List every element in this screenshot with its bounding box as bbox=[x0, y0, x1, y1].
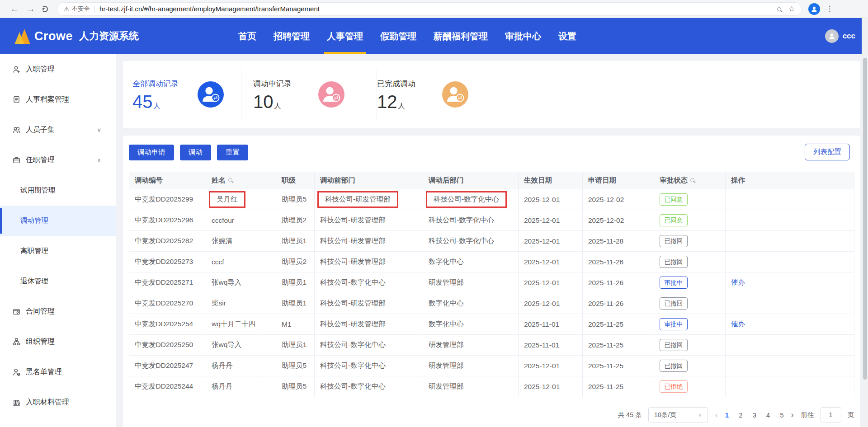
table-row[interactable]: 中竞发DD2025271 张wq导入 助理员1 科技公司-数字化中心 研发管理部… bbox=[129, 272, 854, 293]
app-header: Crowe 人力资源系统 首页 招聘管理 人事管理 假勤管理 薪酬福利管理 审批… bbox=[0, 18, 868, 54]
table-row[interactable]: 中竞发DD2025254 wq十月二十四 M1 科技公司-研发管理部 数字化中心… bbox=[129, 314, 854, 335]
cell-effective-date: 2025-12-01 bbox=[519, 376, 583, 397]
nav-tab[interactable]: 首页 bbox=[238, 18, 256, 54]
cell-effective-date: 2025-12-01 bbox=[519, 252, 583, 272]
cell-apply-date: 2025-11-25 bbox=[583, 356, 654, 376]
cell-status: 已同意 bbox=[654, 189, 726, 210]
table-row[interactable]: 中竞发DD2025273 cccf 助理员2 科技公司-研发管理部 数字化中心 … bbox=[129, 252, 854, 272]
list-config-button[interactable]: 列表配置 bbox=[805, 144, 850, 160]
cell-spacer bbox=[261, 231, 276, 252]
cell-transfer-id: 中竞发DD2025244 bbox=[129, 376, 206, 397]
nav-tab[interactable]: 薪酬福利管理 bbox=[434, 18, 488, 54]
sidebar-item[interactable]: 任职管理 ∧ bbox=[0, 145, 116, 175]
table-row[interactable]: 中竞发DD2025244 杨丹丹 助理员5 科技公司-数字化中心 研发管理部 2… bbox=[129, 376, 854, 397]
nav-tab[interactable]: 人事管理 bbox=[327, 18, 363, 54]
back-icon[interactable]: ← bbox=[6, 4, 23, 14]
scrollbar-thumb[interactable] bbox=[863, 58, 867, 380]
transfer-table: 调动编号 姓名 职级 调动前部门 调动后部门 生效日期 申请日期 审批状态 操作 bbox=[129, 172, 854, 397]
sidebar-item-label: 退休管理 bbox=[20, 277, 48, 286]
table-row[interactable]: 中竞发DD2025270 柴sir 助理员1 科技公司-研发管理部 数字化中心 … bbox=[129, 293, 854, 314]
nav-tab[interactable]: 设置 bbox=[558, 18, 576, 54]
cell-effective-date: 2025-12-01 bbox=[519, 293, 583, 314]
toolbar-button[interactable]: 重置 bbox=[217, 145, 248, 160]
zoom-icon[interactable] bbox=[777, 5, 781, 13]
page-number[interactable]: 2 bbox=[739, 411, 742, 419]
sidebar-item[interactable]: 人事档案管理 bbox=[0, 84, 116, 115]
nav-tab[interactable]: 招聘管理 bbox=[274, 18, 310, 54]
address-bar[interactable]: ⚠ 不安全 hr-test.zjf-it.cn/#/hr-anagement/e… bbox=[57, 2, 802, 16]
goto-page-input[interactable] bbox=[821, 407, 841, 422]
nav-tab[interactable]: 审批中心 bbox=[505, 18, 541, 54]
user-menu[interactable]: ccc bbox=[825, 29, 855, 43]
sidebar-item-label: 组织管理 bbox=[26, 337, 55, 347]
col-spacer bbox=[261, 172, 276, 189]
sidebar-item[interactable]: 入职材料管理 bbox=[0, 387, 116, 418]
main-content: 全部调动记录 45人 ⇄ 调动中记录 10人 ⇄ bbox=[116, 54, 868, 427]
dept-after-highlight: 研发管理部 bbox=[429, 278, 464, 287]
table-row[interactable]: 中竞发DD2025282 张婉清 助理员1 科技公司-研发管理部 科技公司-数字… bbox=[129, 231, 854, 252]
sidebar-item[interactable]: 组织管理 bbox=[0, 327, 116, 357]
cell-action bbox=[726, 335, 854, 356]
sidebar-item[interactable]: 调动管理 bbox=[0, 206, 116, 236]
page-size-select[interactable]: 10条/页 ∨ bbox=[648, 407, 708, 422]
sidebar-item[interactable]: 人员子集 ∨ bbox=[0, 115, 116, 145]
cell-grade: 助理员1 bbox=[276, 335, 315, 356]
cell-spacer bbox=[261, 210, 276, 231]
cell-apply-date: 2025-12-02 bbox=[583, 210, 654, 231]
col-approval-status[interactable]: 审批状态 bbox=[654, 172, 726, 189]
forward-icon[interactable]: → bbox=[23, 4, 39, 14]
page-scrollbar[interactable] bbox=[862, 18, 868, 427]
status-badge: 已撤回 bbox=[660, 256, 688, 268]
table-row[interactable]: 中竞发DD2025296 cccfour 助理员2 科技公司-研发管理部 科技公… bbox=[129, 210, 854, 231]
cell-effective-date: 2025-12-01 bbox=[519, 231, 583, 252]
name-highlight: 柴sir bbox=[212, 299, 226, 308]
prev-page-icon[interactable]: ‹ bbox=[714, 410, 719, 420]
browser-profile-avatar[interactable] bbox=[808, 3, 820, 15]
sidebar-item[interactable]: 黑名单管理 bbox=[0, 357, 116, 387]
reload-icon[interactable] bbox=[42, 6, 48, 12]
bookmark-star-icon[interactable]: ☆ bbox=[788, 4, 795, 14]
svg-text:⇄: ⇄ bbox=[334, 95, 338, 100]
urge-link[interactable]: 催办 bbox=[731, 320, 745, 328]
toolbar-button[interactable]: 调动申请 bbox=[129, 145, 174, 160]
stat-value: 45人 bbox=[132, 93, 186, 111]
cell-dept-before: 科技公司-数字化中心 bbox=[315, 335, 423, 356]
cell-dept-before: 科技公司-研发管理部 bbox=[315, 231, 423, 252]
table-row[interactable]: 中竞发DD2025247 杨丹丹 助理员5 科技公司-数字化中心 研发管理部 2… bbox=[129, 356, 854, 376]
cell-name: cccf bbox=[206, 252, 261, 272]
logo[interactable]: Crowe 人力资源系统 bbox=[13, 27, 139, 46]
page-number[interactable]: 1 bbox=[725, 411, 729, 419]
cell-name: wq十月二十四 bbox=[206, 314, 261, 335]
browser-menu-icon[interactable]: ⋮ bbox=[826, 4, 834, 14]
table-row[interactable]: 中竞发DD2025299 吴丹红 助理员5 科技公司-研发管理部 科技公司-数字… bbox=[129, 189, 854, 210]
page-number[interactable]: 3 bbox=[752, 411, 756, 419]
cell-effective-date: 2025-11-01 bbox=[519, 335, 583, 356]
toolbar-button[interactable]: 调动 bbox=[180, 145, 211, 160]
next-page-icon[interactable]: › bbox=[790, 410, 795, 420]
sidebar-item[interactable]: 入职管理 bbox=[0, 54, 116, 84]
warning-icon: ⚠ bbox=[64, 5, 70, 13]
name-highlight: 吴丹红 bbox=[209, 191, 245, 208]
page-number[interactable]: 4 bbox=[766, 411, 770, 419]
transfer-table-card: 调动申请 调动 重置 列表配置 调动编号 姓名 bbox=[123, 136, 860, 427]
nav-tab[interactable]: 假勤管理 bbox=[380, 18, 416, 54]
cell-status: 已拒绝 bbox=[654, 376, 726, 397]
sidebar-item[interactable]: 离职管理 bbox=[0, 236, 116, 266]
cell-name: 柴sir bbox=[206, 293, 261, 314]
col-name[interactable]: 姓名 bbox=[206, 172, 261, 189]
cell-dept-after: 科技公司-数字化中心 bbox=[423, 231, 519, 252]
dept-before-highlight: 科技公司-研发管理部 bbox=[320, 216, 386, 225]
sidebar-item[interactable]: 退休管理 bbox=[0, 266, 116, 296]
page-number[interactable]: 5 bbox=[780, 411, 783, 419]
cell-spacer bbox=[261, 272, 276, 293]
dept-after-highlight: 科技公司-数字化中心 bbox=[429, 216, 494, 225]
status-badge: 审批中 bbox=[660, 277, 688, 289]
urge-link[interactable]: 催办 bbox=[731, 278, 745, 286]
sidebar-item[interactable]: 试用期管理 bbox=[0, 175, 116, 206]
cell-grade: M1 bbox=[276, 314, 315, 335]
table-row[interactable]: 中竞发DD2025250 张wq导入 助理员1 科技公司-数字化中心 研发管理部… bbox=[129, 335, 854, 356]
dept-after-highlight: 数字化中心 bbox=[429, 257, 464, 267]
col-effective-date: 生效日期 bbox=[519, 172, 583, 189]
cell-action bbox=[726, 252, 854, 272]
sidebar-item[interactable]: 合同管理 bbox=[0, 296, 116, 327]
